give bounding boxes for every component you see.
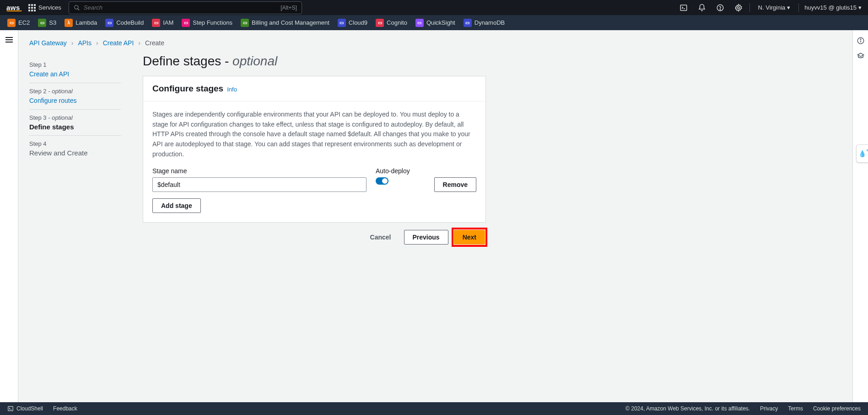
cancel-button[interactable]: Cancel [362,230,399,245]
stage-row: Stage name Auto-deploy Remove [152,167,476,192]
aws-logo[interactable]: aws [6,4,22,11]
main-area: API Gateway › APIs › Create API › Create… [0,30,868,402]
step-1: Step 1 Create an API [29,57,121,83]
cloudshell-icon[interactable] [679,3,688,12]
highlight-annotation: Next [453,229,486,245]
wizard-nav: Cancel Previous Next [143,229,486,245]
svg-point-0 [75,5,78,9]
panel-description: Stages are independently configurable en… [152,110,476,159]
next-button[interactable]: Next [454,230,485,245]
auto-deploy-label: Auto-deploy [376,167,421,175]
breadcrumb-apis[interactable]: APIs [78,39,92,47]
global-top-nav: aws Services [Alt+S] N. Virginia ▾ huyvv… [0,0,868,15]
chevron-right-icon: › [71,39,74,47]
add-stage-button[interactable]: Add stage [152,198,201,213]
terminal-icon [7,405,14,412]
svg-line-1 [78,8,80,10]
services-menu[interactable]: Services [28,4,61,11]
auto-deploy-toggle[interactable] [376,177,388,185]
svc-stepfunctions[interactable]: ▭Step Functions [182,19,232,27]
left-rail [0,30,18,402]
step-1-link[interactable]: Create an API [29,70,69,78]
svg-point-9 [860,39,861,40]
svc-cognito[interactable]: ▭Cognito [376,19,407,27]
panel-title: Configure stages [152,84,223,94]
global-footer: CloudShell Feedback © 2024, Amazon Web S… [0,402,868,415]
search-icon [74,5,80,11]
step-4-label: Step 4 [29,140,121,147]
content-region: API Gateway › APIs › Create API › Create… [18,30,852,402]
svg-point-5 [720,9,720,10]
service-shortcuts-bar: ▭EC2 ▭S3 λLambda ▭CodeBuild ▭IAM ▭Step F… [0,15,868,30]
footer-privacy[interactable]: Privacy [760,405,778,412]
search-input[interactable] [84,4,280,11]
tutorials-icon[interactable] [857,52,865,60]
step-3-label: Step 3 - optional [29,114,121,121]
chevron-right-icon: › [138,39,140,47]
step-4-title: Review and Create [29,149,121,157]
step-2-label: Step 2 - optional [29,88,121,95]
region-selector[interactable]: N. Virginia ▾ [758,4,791,11]
info-link[interactable]: Info [227,86,237,93]
svc-codebuild[interactable]: ▭CodeBuild [105,19,144,27]
page-title: Define stages - optional [143,54,486,69]
footer-cloudshell[interactable]: CloudShell [7,405,43,412]
caret-down-icon: ▾ [787,4,790,11]
chevron-right-icon: › [96,39,98,47]
panel-body: Stages are independently configurable en… [143,101,485,222]
services-label: Services [38,4,61,11]
step-3-title: Define stages [29,123,121,131]
svc-billing[interactable]: ▭Billing and Cost Management [241,19,329,27]
step-1-label: Step 1 [29,61,121,68]
step-4: Step 4 Review and Create [29,136,121,161]
configure-stages-panel: Configure stages Info Stages are indepen… [143,76,486,223]
step-2: Step 2 - optional Configure routes [29,83,121,110]
footer-terms[interactable]: Terms [788,405,803,412]
help-icon[interactable] [716,3,725,12]
right-rail [852,30,868,402]
svg-point-6 [737,6,739,9]
caret-down-icon: ▾ [858,4,862,11]
svc-iam[interactable]: ▭IAM [152,19,173,27]
notifications-icon[interactable] [697,3,706,12]
svc-ec2[interactable]: ▭EC2 [7,19,30,27]
svc-lambda[interactable]: λLambda [65,19,97,27]
svc-dynamodb[interactable]: ▭DynamoDB [464,19,505,27]
drop-icon: 💧+ [858,150,866,157]
breadcrumb: API Gateway › APIs › Create API › Create [29,39,841,47]
panel-header: Configure stages Info [143,76,485,101]
stage-name-input[interactable] [152,177,367,192]
svg-rect-11 [8,406,13,410]
step-3: Step 3 - optional Define stages [29,110,121,136]
account-menu[interactable]: huyvv15 @ glutis15 ▾ [804,4,862,11]
svc-s3[interactable]: ▭S3 [38,19,56,27]
breadcrumb-current: Create [145,39,164,47]
svc-cloud9[interactable]: ▭Cloud9 [338,19,367,27]
svg-rect-2 [680,5,687,11]
settings-icon[interactable] [734,3,743,12]
info-panel-icon[interactable] [857,37,865,45]
codewhisperer-widget[interactable]: 💧+ [856,144,868,163]
breadcrumb-api-gateway[interactable]: API Gateway [29,39,67,47]
side-nav-toggle[interactable] [5,36,13,44]
wizard-steps: Step 1 Create an API Step 2 - optional C… [29,54,121,245]
breadcrumb-create-api[interactable]: Create API [103,39,134,47]
footer-cookies[interactable]: Cookie preferences [813,405,861,412]
grid-icon [28,4,36,11]
stage-name-label: Stage name [152,167,367,175]
svc-quicksight[interactable]: ▭QuickSight [415,19,455,27]
global-search[interactable]: [Alt+S] [69,1,302,14]
account-label: huyvv15 @ glutis15 [804,4,857,11]
region-label: N. Virginia [758,4,786,11]
footer-copyright: © 2024, Amazon Web Services, Inc. or its… [625,405,750,412]
search-shortcut-hint: [Alt+S] [280,5,297,11]
step-2-link[interactable]: Configure routes [29,97,77,104]
remove-stage-button[interactable]: Remove [434,177,476,192]
wizard-main: Define stages - optional Configure stage… [143,54,486,245]
previous-button[interactable]: Previous [404,230,448,245]
footer-feedback[interactable]: Feedback [53,405,77,412]
